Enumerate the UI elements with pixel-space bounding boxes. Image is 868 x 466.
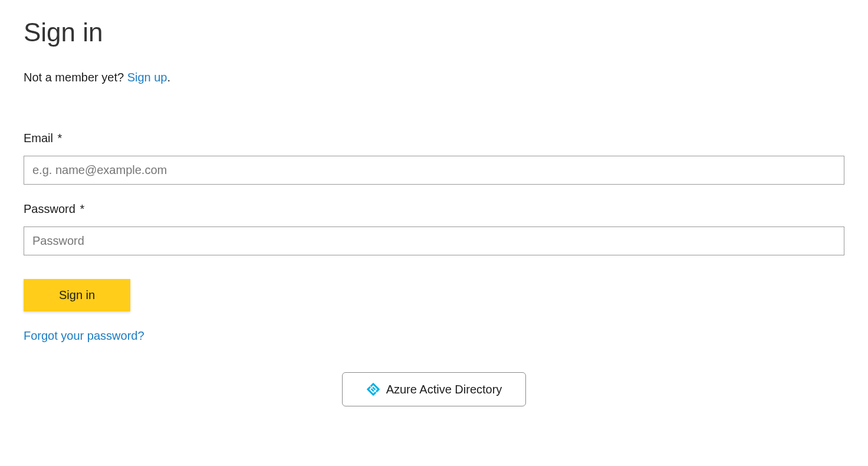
- password-label-text: Password: [24, 202, 75, 215]
- page-title: Sign in: [24, 18, 844, 47]
- email-label: Email *: [24, 132, 844, 145]
- password-field[interactable]: [24, 227, 844, 255]
- signup-prompt: Not a member yet? Sign up.: [24, 71, 844, 84]
- azure-sso-button[interactable]: Azure Active Directory: [342, 372, 527, 406]
- signup-link[interactable]: Sign up: [127, 71, 167, 84]
- signup-prompt-suffix: .: [167, 71, 170, 84]
- azure-icon: [366, 382, 380, 396]
- email-group: Email *: [24, 132, 844, 185]
- submit-row: Sign in: [24, 279, 844, 311]
- signin-button[interactable]: Sign in: [24, 279, 130, 311]
- sso-row: Azure Active Directory: [24, 372, 844, 406]
- email-label-text: Email: [24, 132, 53, 145]
- azure-sso-label: Azure Active Directory: [386, 383, 502, 396]
- signup-prompt-text: Not a member yet?: [24, 71, 127, 84]
- required-asterisk: *: [58, 132, 63, 145]
- forgot-password-link[interactable]: Forgot your password?: [24, 329, 144, 343]
- password-group: Password *: [24, 202, 844, 255]
- email-field[interactable]: [24, 156, 844, 185]
- password-label: Password *: [24, 202, 844, 216]
- required-asterisk: *: [80, 202, 84, 215]
